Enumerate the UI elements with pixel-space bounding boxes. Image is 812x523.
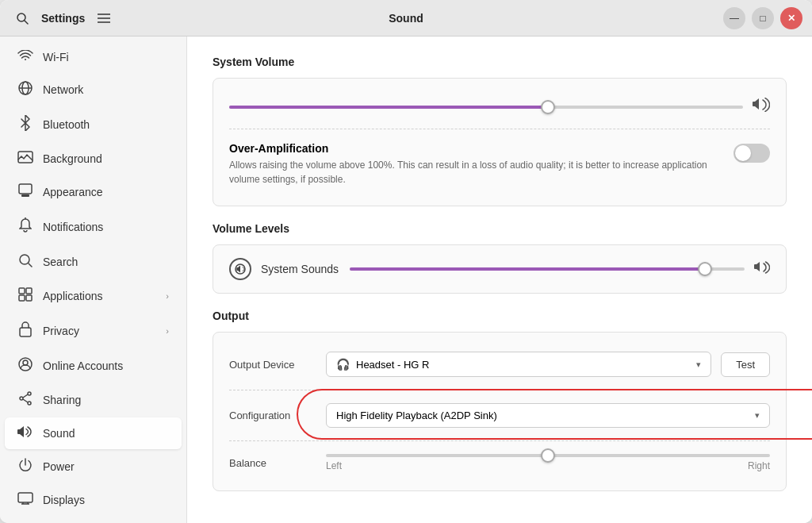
volume-slider-track[interactable]	[229, 106, 743, 109]
over-amplification-title: Over-Amplification	[229, 142, 721, 155]
over-amplification-toggle[interactable]	[733, 144, 770, 163]
svg-rect-16	[19, 295, 25, 301]
menu-button[interactable]	[91, 6, 117, 31]
sidebar-item-label: Power	[43, 460, 169, 473]
maximize-button[interactable]: □	[752, 7, 774, 29]
sidebar-item-search[interactable]: Search	[5, 245, 182, 279]
system-sounds-icon	[229, 258, 251, 280]
output-device-select[interactable]: 🎧 Headset - HG R ▾	[326, 352, 711, 377]
svg-rect-15	[26, 288, 32, 294]
search-button[interactable]	[10, 6, 35, 31]
divider	[229, 390, 770, 390]
sidebar-item-sharing[interactable]: Sharing	[5, 383, 182, 417]
balance-slider-wrap: Left Right	[326, 454, 770, 471]
sidebar-item-wifi[interactable]: Wi-Fi	[5, 42, 182, 72]
wifi-icon	[17, 50, 33, 64]
sidebar-item-label: Bluetooth	[43, 118, 169, 131]
background-icon	[17, 151, 33, 167]
headset-icon: 🎧	[336, 358, 350, 371]
power-icon	[17, 458, 33, 475]
sidebar-item-label: Search	[43, 256, 169, 268]
sound-icon	[17, 425, 33, 441]
toggle-knob	[735, 145, 751, 161]
balance-row: Balance Left Right	[229, 448, 770, 478]
applications-icon	[17, 287, 33, 305]
config-select-chevron-icon: ▾	[755, 410, 760, 421]
over-amplification-row: Over-Amplification Allows raising the vo…	[229, 136, 770, 193]
privacy-icon	[17, 321, 33, 340]
sidebar-item-label: Online Accounts	[43, 360, 169, 372]
svg-rect-14	[19, 288, 25, 294]
sidebar-item-power[interactable]: Power	[5, 450, 182, 483]
window-controls: — □ ✕	[723, 7, 802, 29]
svg-rect-26	[18, 493, 33, 502]
sidebar-item-label: Sharing	[43, 394, 169, 406]
titlebar: Settings Sound — □ ✕	[0, 0, 812, 37]
balance-right-label: Right	[748, 460, 770, 471]
system-sounds-slider-track[interactable]	[350, 267, 745, 271]
sidebar-item-sound[interactable]: Sound	[5, 417, 182, 449]
bluetooth-icon	[17, 115, 33, 134]
sidebar-item-label: Network	[43, 83, 169, 96]
svg-rect-17	[26, 295, 32, 301]
network-icon	[17, 81, 33, 98]
system-sounds-label: System Sounds	[261, 263, 340, 275]
notifications-icon	[17, 217, 33, 237]
balance-slider-track[interactable]	[326, 454, 770, 457]
system-volume-title: System Volume	[213, 56, 787, 68]
sidebar-item-network[interactable]: Network	[5, 73, 182, 106]
device-select-chevron-icon: ▾	[696, 360, 701, 370]
output-card: Output Device 🎧 Headset - HG R ▾ Test Co…	[213, 332, 787, 491]
sidebar-item-bluetooth[interactable]: Bluetooth	[5, 107, 182, 142]
svg-line-1	[25, 21, 28, 24]
svg-point-22	[28, 402, 31, 405]
balance-left-label: Left	[326, 460, 342, 471]
chevron-right-icon: ›	[166, 326, 169, 336]
output-title: Output	[213, 310, 787, 322]
configuration-select[interactable]: High Fidelity Playback (A2DP Sink) ▾	[326, 403, 770, 428]
configuration-row: Configuration High Fidelity Playback (A2…	[229, 397, 770, 434]
search-icon	[17, 253, 33, 271]
divider	[229, 129, 770, 129]
configuration-value: High Fidelity Playback (A2DP Sink)	[336, 410, 749, 421]
balance-slider-thumb[interactable]	[541, 448, 555, 463]
output-device-label: Output Device	[229, 359, 316, 371]
appearance-icon	[17, 183, 33, 201]
svg-line-24	[23, 394, 28, 398]
sidebar-item-online-accounts[interactable]: Online Accounts	[5, 349, 182, 383]
svg-point-20	[23, 360, 28, 365]
sidebar-item-notifications[interactable]: Notifications	[5, 210, 182, 244]
sidebar-item-background[interactable]: Background	[5, 143, 182, 175]
minimize-button[interactable]: —	[723, 7, 745, 29]
content-area: Wi-Fi Network	[0, 37, 812, 523]
volume-levels-card: System Sounds	[213, 244, 787, 294]
sidebar-item-displays[interactable]: Displays	[5, 484, 182, 516]
svg-line-25	[23, 399, 28, 402]
sidebar-item-label: Applications	[43, 290, 156, 302]
sidebar-item-label: Wi-Fi	[43, 51, 169, 63]
sidebar-item-label: Privacy	[43, 325, 156, 337]
sidebar-item-applications[interactable]: Applications ›	[5, 279, 182, 313]
close-button[interactable]: ✕	[780, 7, 802, 29]
svg-point-21	[28, 392, 31, 395]
system-volume-card: Over-Amplification Allows raising the vo…	[213, 78, 787, 206]
output-device-row: Output Device 🎧 Headset - HG R ▾ Test	[229, 345, 770, 383]
system-sounds-volume-icon[interactable]	[754, 261, 770, 278]
svg-rect-9	[19, 184, 32, 194]
system-sounds-row: System Sounds	[229, 258, 770, 280]
volume-icon[interactable]	[753, 98, 770, 116]
system-sounds-slider-thumb[interactable]	[698, 262, 712, 276]
svg-point-12	[20, 255, 29, 264]
divider	[229, 440, 770, 441]
sidebar-item-label: Displays	[43, 494, 169, 506]
sidebar-item-privacy[interactable]: Privacy ›	[5, 313, 182, 348]
sharing-icon	[17, 391, 33, 409]
test-button[interactable]: Test	[721, 352, 770, 377]
balance-label: Balance	[229, 457, 316, 469]
sidebar-item-appearance[interactable]: Appearance	[5, 175, 182, 209]
volume-slider-thumb[interactable]	[541, 100, 555, 114]
app-title: Settings	[41, 12, 85, 25]
displays-icon	[17, 492, 33, 508]
main-panel: System Volume	[187, 37, 812, 523]
configuration-label: Configuration	[229, 410, 316, 421]
